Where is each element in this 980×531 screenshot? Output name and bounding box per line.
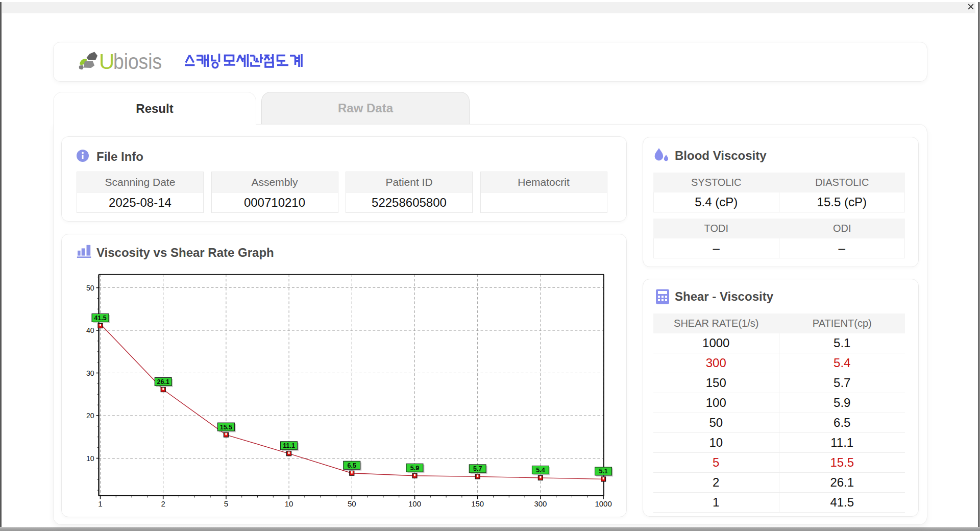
svg-text:15.5: 15.5 — [220, 424, 232, 431]
svg-text:40: 40 — [86, 326, 94, 334]
svg-text:5.9: 5.9 — [410, 465, 419, 472]
svg-text:U: U — [99, 50, 114, 73]
svg-text:2: 2 — [161, 499, 165, 508]
svg-text:10: 10 — [86, 454, 94, 463]
svg-text:50: 50 — [86, 284, 94, 292]
svg-text:5: 5 — [224, 499, 228, 508]
svg-text:11.1: 11.1 — [283, 442, 295, 449]
svg-text:1: 1 — [98, 499, 102, 508]
svg-text:26.1: 26.1 — [157, 378, 169, 385]
svg-text:1000: 1000 — [595, 499, 611, 508]
svg-text:100: 100 — [408, 499, 421, 508]
svg-text:biosis: biosis — [113, 50, 162, 73]
svg-text:30: 30 — [86, 369, 94, 377]
svg-text:50: 50 — [348, 499, 356, 508]
svg-text:41.5: 41.5 — [94, 315, 106, 322]
svg-text:6.5: 6.5 — [348, 462, 356, 469]
svg-text:5.1: 5.1 — [599, 468, 607, 475]
svg-text:300: 300 — [534, 499, 547, 508]
svg-text:5.7: 5.7 — [473, 465, 482, 472]
svg-text:150: 150 — [471, 499, 484, 508]
svg-text:20: 20 — [86, 412, 94, 420]
svg-text:10: 10 — [285, 499, 293, 508]
svg-text:5.4: 5.4 — [536, 467, 545, 474]
